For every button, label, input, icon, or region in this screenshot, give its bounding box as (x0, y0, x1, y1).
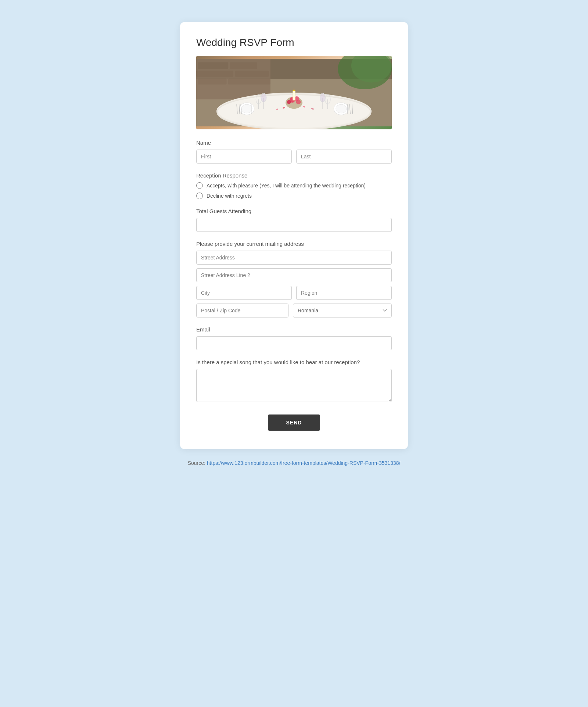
svg-point-40 (320, 93, 326, 102)
svg-point-16 (241, 104, 252, 113)
name-row (196, 150, 392, 164)
last-name-input[interactable] (296, 150, 392, 164)
city-input[interactable] (196, 286, 292, 300)
svg-rect-6 (198, 62, 229, 69)
page-title: Wedding RSVP Form (196, 37, 392, 49)
email-input[interactable] (196, 336, 392, 350)
svg-rect-7 (230, 62, 257, 69)
reception-accept-label: Accepts, with pleasure (Yes, I will be a… (207, 183, 366, 189)
reception-accept-radio[interactable] (196, 182, 203, 189)
street1-input[interactable] (196, 251, 392, 265)
guests-label: Total Guests Attending (196, 208, 392, 214)
name-label: Name (196, 140, 392, 146)
reception-label: Reception Response (196, 172, 392, 179)
source-link[interactable]: https://www.123formbuilder.com/free-form… (207, 460, 401, 466)
reception-decline-option[interactable]: Decline with regrets (196, 193, 392, 199)
name-section: Name (196, 140, 392, 164)
guests-section: Total Guests Attending (196, 208, 392, 232)
svg-point-36 (336, 104, 347, 113)
street1-field (196, 251, 392, 265)
email-label: Email (196, 326, 392, 333)
reception-accept-option[interactable]: Accepts, with pleasure (Yes, I will be a… (196, 182, 392, 189)
source-label: Source: (188, 460, 205, 466)
guests-input[interactable] (196, 218, 392, 232)
first-name-input[interactable] (196, 150, 292, 164)
svg-rect-44 (293, 91, 295, 100)
region-input[interactable] (296, 286, 392, 300)
zip-input[interactable] (196, 304, 288, 317)
address-section: Please provide your current mailing addr… (196, 241, 392, 317)
country-select[interactable]: Romania United States United Kingdom Can… (293, 304, 392, 317)
zip-country-row: Romania United States United Kingdom Can… (196, 304, 392, 317)
email-section: Email (196, 326, 392, 350)
song-label: Is there a special song that you would l… (196, 359, 392, 365)
svg-rect-11 (228, 78, 270, 85)
reception-decline-label: Decline with regrets (207, 193, 252, 199)
svg-rect-10 (198, 78, 227, 85)
svg-point-20 (261, 93, 266, 102)
street2-field (196, 268, 392, 282)
city-region-row (196, 286, 392, 300)
svg-point-28 (287, 100, 291, 104)
send-button[interactable]: SEND (268, 414, 320, 431)
song-textarea[interactable] (196, 369, 392, 402)
reception-decline-radio[interactable] (196, 193, 203, 199)
address-label: Please provide your current mailing addr… (196, 241, 392, 247)
reception-section: Reception Response Accepts, with pleasur… (196, 172, 392, 199)
svg-rect-8 (196, 71, 233, 77)
source-footer: Source: https://www.123formbuilder.com/f… (188, 460, 401, 466)
svg-rect-9 (235, 71, 269, 77)
street2-input[interactable] (196, 268, 392, 282)
hero-image (196, 56, 392, 129)
song-section: Is there a special song that you would l… (196, 359, 392, 403)
svg-point-29 (296, 100, 301, 104)
form-card: Wedding RSVP Form (180, 22, 408, 449)
